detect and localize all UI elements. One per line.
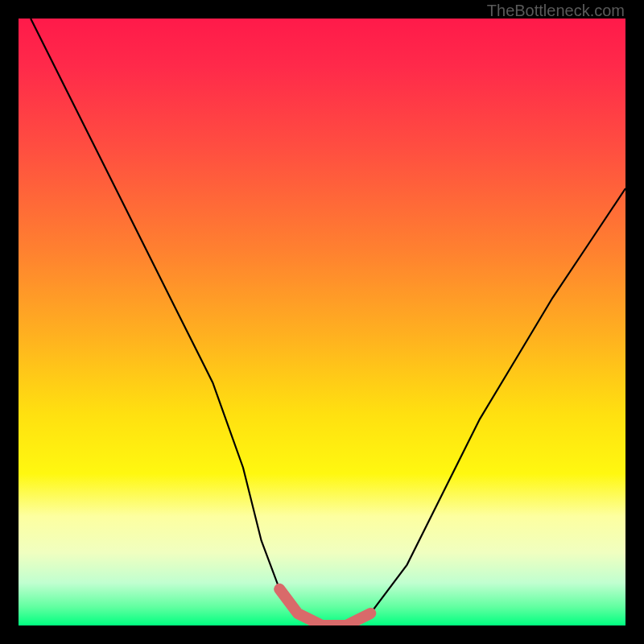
chart-svg xyxy=(19,19,625,625)
attribution-text: TheBottleneck.com xyxy=(487,2,625,20)
chart-container: TheBottleneck.com xyxy=(0,0,644,644)
curve-line xyxy=(31,19,625,625)
highlight-line xyxy=(279,589,370,625)
